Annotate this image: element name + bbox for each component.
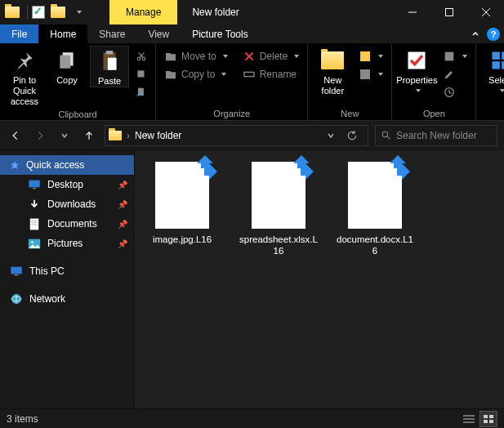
downloads-icon	[28, 198, 41, 211]
address-bar[interactable]: › New folder	[105, 125, 368, 146]
paste-button[interactable]: Paste	[90, 46, 129, 87]
qat-new-folder-icon[interactable]	[49, 3, 67, 21]
tab-home[interactable]: Home	[38, 25, 87, 43]
breadcrumb-separator[interactable]: ›	[127, 130, 130, 141]
copy-path-button[interactable]	[132, 65, 150, 83]
file-item[interactable]: spreadsheet.xlsx.L16	[238, 162, 319, 257]
svg-rect-21	[445, 52, 454, 61]
new-folder-label: New folder	[313, 75, 352, 96]
file-name: spreadsheet.xlsx.L16	[238, 234, 319, 257]
refresh-button[interactable]	[343, 127, 361, 145]
svg-rect-40	[11, 267, 21, 274]
svg-rect-1	[445, 9, 453, 16]
qat-folder-icon[interactable]	[3, 3, 21, 21]
new-item-icon	[359, 50, 372, 63]
svg-rect-57	[489, 420, 493, 423]
pin-icon: 📌	[118, 239, 127, 248]
sidebar-item-this-pc[interactable]: This PC	[0, 261, 134, 281]
status-item-count: 3 items	[7, 413, 38, 425]
group-label-organize: Organize	[161, 107, 302, 120]
svg-rect-31	[29, 181, 39, 188]
ribbon-group-open: Properties Open	[392, 44, 476, 120]
search-icon	[381, 130, 391, 140]
tab-view[interactable]: View	[136, 25, 181, 43]
select-button[interactable]: Select	[481, 46, 504, 92]
forward-button[interactable]	[31, 127, 49, 145]
breadcrumb[interactable]: New folder	[135, 130, 181, 141]
sidebar-item-documents[interactable]: Documents 📌	[0, 214, 134, 234]
help-icon: ?	[487, 28, 500, 41]
view-large-icons-button[interactable]	[479, 411, 497, 427]
qat-properties-check[interactable]	[29, 3, 47, 21]
sidebar-item-network[interactable]: Network	[0, 289, 134, 309]
rename-button[interactable]: Rename	[239, 65, 303, 83]
cut-button[interactable]	[132, 47, 150, 65]
navigation-pane: Quick access Desktop 📌 Downloads 📌 Docum…	[0, 150, 135, 408]
file-name: image.jpg.L16	[153, 234, 212, 245]
svg-rect-17	[244, 72, 254, 76]
file-item[interactable]: image.jpg.L16	[141, 162, 223, 245]
paste-shortcut-button[interactable]	[132, 83, 150, 101]
ribbon-collapse-chevron[interactable]	[466, 25, 484, 43]
copy-label: Copy	[56, 75, 78, 86]
menu-bar: File Home Share View Picture Tools ?	[0, 25, 504, 44]
group-label-new: New	[313, 107, 386, 120]
pictures-icon	[28, 237, 41, 250]
help-button[interactable]: ?	[484, 25, 502, 43]
maximize-button[interactable]	[430, 0, 467, 25]
file-menu[interactable]: File	[0, 25, 38, 43]
easy-access-button[interactable]	[355, 65, 386, 83]
sidebar-item-pictures[interactable]: Pictures 📌	[0, 234, 134, 253]
address-dropdown-button[interactable]	[322, 127, 340, 145]
paste-label: Paste	[98, 76, 121, 87]
pin-icon: 📌	[118, 220, 127, 229]
new-folder-icon	[319, 47, 346, 74]
back-button[interactable]	[7, 127, 25, 145]
network-icon	[10, 292, 23, 305]
status-bar: 3 items	[0, 408, 504, 428]
pin-label: Pin to Quick access	[5, 75, 44, 108]
svg-rect-19	[360, 69, 370, 79]
sidebar-label: This PC	[29, 265, 65, 277]
minimize-button[interactable]	[394, 0, 430, 25]
file-item[interactable]: document.docx.L16	[334, 162, 416, 257]
open-icon	[443, 50, 456, 63]
select-icon	[488, 47, 504, 74]
sync-overlay-icon	[289, 155, 314, 180]
new-folder-button[interactable]: New folder	[313, 46, 352, 96]
copy-to-button[interactable]: Copy to	[161, 65, 231, 83]
history-button[interactable]	[439, 83, 471, 101]
pin-icon	[11, 47, 38, 74]
file-thumb-icon	[155, 162, 209, 229]
move-to-button[interactable]: Move to	[161, 47, 231, 65]
sidebar-item-quick-access[interactable]: Quick access	[0, 155, 134, 175]
edit-button[interactable]	[439, 65, 471, 83]
sidebar-label: Pictures	[47, 238, 83, 249]
view-details-button[interactable]	[460, 411, 478, 427]
delete-button[interactable]: Delete	[239, 47, 303, 65]
contextual-tab-manage[interactable]: Manage	[109, 0, 177, 25]
sidebar-item-downloads[interactable]: Downloads 📌	[0, 194, 134, 214]
sidebar-label: Desktop	[47, 179, 83, 190]
group-label-clipboard: Clipboard	[5, 108, 150, 121]
close-button[interactable]	[467, 0, 504, 25]
new-item-button[interactable]	[355, 47, 386, 65]
address-folder-icon	[109, 129, 122, 142]
pin-to-quick-access-button[interactable]: Pin to Quick access	[5, 46, 44, 108]
tab-share[interactable]: Share	[87, 25, 136, 43]
group-label-select	[481, 107, 504, 120]
tab-picture-tools[interactable]: Picture Tools	[181, 25, 259, 43]
search-box[interactable]: Search New folder	[375, 125, 497, 146]
file-list[interactable]: image.jpg.L16 spreadsheet.xlsx.L16 docum…	[135, 150, 504, 408]
workspace: Quick access Desktop 📌 Downloads 📌 Docum…	[0, 150, 504, 408]
sidebar-item-desktop[interactable]: Desktop 📌	[0, 175, 134, 194]
svg-rect-7	[106, 51, 114, 54]
ribbon: Pin to Quick access Copy Paste Clipboard…	[0, 44, 504, 121]
up-button[interactable]	[80, 127, 98, 145]
recent-locations-button[interactable]	[56, 127, 74, 145]
open-button[interactable]	[439, 47, 471, 65]
properties-button[interactable]: Properties	[397, 46, 436, 92]
select-label: Select	[488, 75, 504, 86]
copy-button[interactable]: Copy	[47, 46, 87, 86]
qat-customize-dropdown[interactable]	[69, 3, 87, 21]
